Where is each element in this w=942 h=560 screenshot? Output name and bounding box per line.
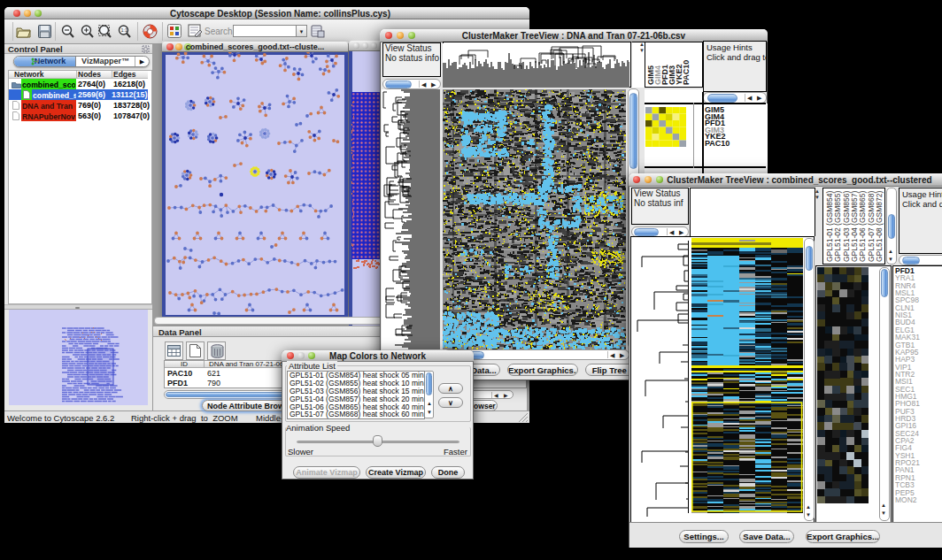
svg-text:1:1: 1:1: [120, 27, 127, 33]
